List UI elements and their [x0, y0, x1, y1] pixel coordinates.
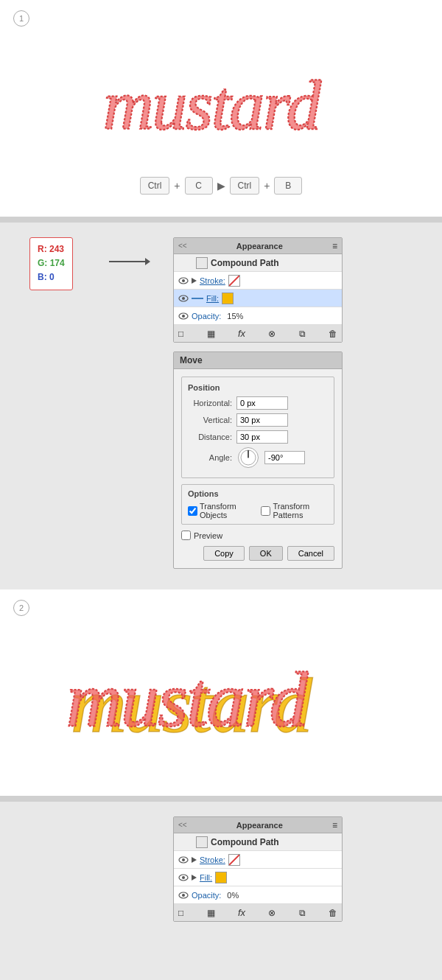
- opacity-row-2[interactable]: Opacity: 0%: [174, 886, 342, 904]
- footer-icon-copy-2[interactable]: ⧉: [299, 908, 306, 918]
- footer-icon-layers-2[interactable]: ▦: [207, 908, 215, 918]
- panel-area-2: << Appearance ≡ Compound Path Stroke:: [0, 802, 442, 979]
- distance-input[interactable]: [236, 430, 288, 444]
- expand-stroke-2[interactable]: [192, 857, 197, 863]
- footer-icon-fx-2[interactable]: fx: [238, 907, 245, 918]
- checkbox-row: Transform Objects Transform Patterns: [188, 502, 328, 519]
- opacity-value-2: 0%: [227, 891, 239, 900]
- angle-dial[interactable]: [238, 447, 259, 468]
- stroke-row-1[interactable]: Stroke:: [174, 272, 342, 290]
- move-dialog: Move Position Horizontal: Vertical: Dist…: [173, 351, 343, 569]
- fill-row-1[interactable]: Fill:: [174, 290, 342, 307]
- svg-point-8: [182, 315, 185, 318]
- color-info-box: R: 243 G: 174 B: 0: [29, 237, 73, 290]
- move-dialog-body: Position Horizontal: Vertical: Distance:…: [174, 369, 342, 568]
- divider-2: [0, 796, 442, 802]
- svg-point-17: [182, 858, 185, 861]
- panel-menu-icon-1[interactable]: ≡: [332, 241, 337, 251]
- plus-1: +: [174, 180, 180, 192]
- stroke-label-1[interactable]: Stroke:: [200, 276, 225, 285]
- appearance-titlebar-1: << Appearance ≡: [174, 238, 342, 254]
- panel-collapse-btn-2[interactable]: <<: [178, 821, 187, 829]
- path-swatch-2: [196, 836, 208, 848]
- arrow-indicator: [109, 261, 146, 262]
- ok-button[interactable]: OK: [249, 546, 283, 561]
- fill-label-2[interactable]: Fill:: [200, 873, 212, 882]
- footer-icon-square-1[interactable]: □: [178, 329, 183, 339]
- horizontal-row: Horizontal:: [188, 396, 328, 410]
- svg-text:mustard: mustard: [66, 657, 309, 743]
- footer-icon-circle-cross-1[interactable]: ⊗: [268, 329, 276, 339]
- color-g: G: 174: [38, 256, 65, 270]
- fill-swatch-2[interactable]: [215, 872, 227, 883]
- vertical-label: Vertical:: [188, 416, 232, 424]
- keyboard-shortcut-row: Ctrl + C ▶ Ctrl + B: [15, 177, 427, 195]
- panel-menu-icon-2[interactable]: ≡: [332, 820, 337, 830]
- footer-icon-copy-1[interactable]: ⧉: [299, 329, 306, 339]
- position-legend: Position: [188, 383, 328, 392]
- cancel-button[interactable]: Cancel: [287, 546, 334, 561]
- distance-row: Distance:: [188, 430, 328, 444]
- svg-point-19: [182, 876, 185, 879]
- footer-icon-square-2[interactable]: □: [178, 908, 183, 918]
- eye-icon-fill-1: [178, 295, 189, 302]
- stroke-label-2[interactable]: Stroke:: [200, 855, 225, 864]
- expand-fill-2[interactable]: [192, 875, 197, 881]
- preview-checkbox[interactable]: [181, 531, 191, 540]
- move-dialog-titlebar: Move: [174, 352, 342, 369]
- color-r: R: 243: [38, 242, 65, 256]
- dialog-buttons: Copy OK Cancel: [181, 546, 334, 561]
- fill-indicator: [192, 298, 203, 299]
- panel-area-1: R: 243 G: 174 B: 0 << Appearance ≡ Compo…: [0, 223, 442, 584]
- divider-1: [0, 217, 442, 223]
- copy-button[interactable]: Copy: [203, 546, 245, 561]
- opacity-value-1: 15%: [227, 312, 243, 321]
- panel-collapse-btn-1[interactable]: <<: [178, 242, 187, 250]
- horizontal-input[interactable]: [236, 396, 288, 410]
- plus-2: +: [264, 180, 270, 192]
- footer-icon-trash-2[interactable]: 🗑: [329, 908, 337, 918]
- vertical-input[interactable]: [236, 413, 288, 427]
- opacity-label-1[interactable]: Opacity:: [192, 312, 221, 321]
- footer-icon-fx-1[interactable]: fx: [238, 328, 245, 339]
- stroke-row-2[interactable]: Stroke:: [174, 851, 342, 869]
- key-c: C: [185, 177, 213, 195]
- step-number-2: 2: [13, 600, 29, 616]
- angle-label: Angle:: [188, 453, 232, 462]
- transform-objects-label[interactable]: Transform Objects: [188, 502, 252, 519]
- transform-objects-checkbox[interactable]: [188, 506, 197, 516]
- compound-path-row-1: Compound Path: [174, 254, 342, 272]
- svg-text:mustard: mustard: [103, 66, 321, 144]
- eye-icon-fill-2: [178, 874, 189, 881]
- eye-icon-opacity-1: [178, 312, 189, 320]
- compound-path-row-2: Compound Path: [174, 833, 342, 851]
- panel-title-1: Appearance: [236, 242, 283, 251]
- svg-point-6: [182, 297, 185, 300]
- fill-swatch-1[interactable]: [222, 293, 234, 304]
- fill-row-2[interactable]: Fill:: [174, 869, 342, 886]
- transform-patterns-checkbox[interactable]: [261, 506, 270, 516]
- footer-icon-circle-cross-2[interactable]: ⊗: [268, 908, 276, 918]
- footer-icon-layers-1[interactable]: ▦: [207, 329, 215, 339]
- preview-row: Preview: [181, 531, 334, 540]
- appearance-panel-1: << Appearance ≡ Compound Path Stroke:: [173, 237, 343, 343]
- appearance-titlebar-2: << Appearance ≡: [174, 817, 342, 833]
- opacity-row-1[interactable]: Opacity: 15%: [174, 307, 342, 325]
- compound-path-label-2: Compound Path: [211, 837, 279, 847]
- angle-input[interactable]: [264, 451, 305, 464]
- expand-stroke-1[interactable]: [192, 278, 197, 284]
- fill-label-1[interactable]: Fill:: [206, 294, 219, 303]
- arrow-1: ▶: [217, 180, 225, 192]
- footer-icon-trash-1[interactable]: 🗑: [329, 329, 337, 339]
- compound-path-label-1: Compound Path: [211, 258, 279, 268]
- appearance-footer-1: □ ▦ fx ⊗ ⧉ 🗑: [174, 325, 342, 342]
- step-number-1: 1: [13, 10, 29, 27]
- path-swatch-1: [196, 257, 208, 269]
- vertical-row: Vertical:: [188, 413, 328, 427]
- section-1: 1 mustard mustard mustard Ctrl + C ▶ Ctr…: [0, 0, 442, 217]
- opacity-label-2[interactable]: Opacity:: [192, 891, 221, 900]
- transform-patterns-label[interactable]: Transform Patterns: [261, 502, 328, 519]
- options-legend: Options: [188, 489, 328, 498]
- svg-point-4: [182, 279, 185, 282]
- distance-label: Distance:: [188, 433, 232, 441]
